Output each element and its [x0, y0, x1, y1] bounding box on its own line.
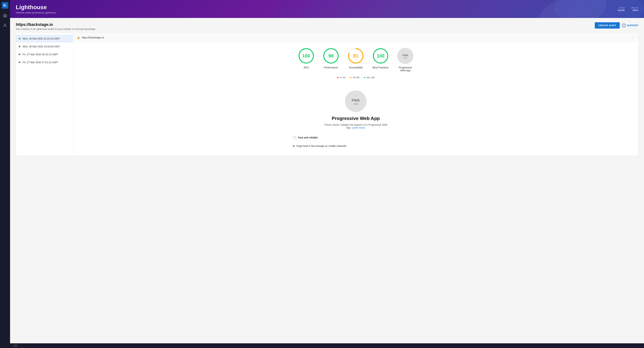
audit-status-dot-4 [19, 61, 20, 63]
check-status-dot [293, 145, 295, 147]
lifecycle-meta: Lifecycle Alpha [630, 7, 638, 11]
score-pwa-small: PWA ProgressiveWeb App [397, 48, 414, 72]
lifecycle-label: Lifecycle [630, 7, 638, 9]
score-value-accessibility: 81 [353, 53, 358, 59]
nav-rail: B. [0, 0, 10, 348]
legend-label-orange: 50–89 [353, 76, 360, 79]
more-options-icon[interactable]: ⋮ [631, 35, 635, 40]
owner-value: Spotify [618, 9, 625, 11]
score-accessibility: 81 Accessibility [348, 48, 364, 72]
two-col-layout: Mon, 30 Mar 2020 22:23:24 GMT Mon, 30 Ma… [16, 33, 638, 156]
page-url-title: https://backstage.io [16, 22, 96, 27]
header-meta: Owner Spotify Lifecycle Alpha [618, 7, 638, 11]
audit-item-4[interactable]: Fri, 27 Mar 2020 17:01:21 GMT [16, 58, 73, 66]
page-actions: CREATE AUDIT ? SUPPORT [595, 22, 638, 28]
audit-timestamp-1: Mon, 30 Mar 2020 22:23:24 GMT [23, 37, 60, 40]
score-label-pwa: ProgressiveWeb App [399, 66, 412, 72]
svg-point-0 [4, 24, 6, 25]
owner-meta: Owner Spotify [618, 7, 625, 11]
audit-status-dot-3 [19, 53, 20, 55]
pwa-big-circle: PWA [345, 90, 366, 112]
url-bar: 🔒 https://backstage.io/ ⋮ [73, 33, 638, 42]
app-subtitle: Website audits powered by Lighthouse [16, 11, 56, 14]
main-content: Lighthouse Website audits powered by Lig… [10, 0, 644, 348]
legend-dot-orange [350, 77, 352, 78]
score-circle-best-practices: 100 [372, 48, 389, 64]
check-section-fast: Fast and reliable Page load is fast enou… [293, 133, 419, 150]
pwa-small-dash [404, 57, 407, 58]
chevron-down-icon: › [418, 144, 419, 148]
audit-item-3[interactable]: Fri, 27 Mar 2020 20:10:13 GMT [16, 50, 73, 58]
lifecycle-value: Alpha [632, 9, 638, 11]
audit-list: Mon, 30 Mar 2020 22:23:24 GMT Mon, 30 Ma… [16, 33, 73, 156]
support-label: SUPPORT [627, 24, 638, 27]
pwa-description: These checks validate the aspects of a P… [322, 123, 390, 129]
audit-detail-panel: 🔒 https://backstage.io/ ⋮ [73, 33, 638, 156]
page-header-text: https://backstage.io See a history of al… [16, 22, 96, 30]
pwa-big-dash [353, 104, 358, 104]
page-body: https://backstage.io See a history of al… [10, 18, 644, 343]
app-title: Lighthouse [16, 4, 56, 10]
page-description: See a history of all Lighthouse audits f… [16, 28, 96, 30]
header-title-block: Lighthouse Website audits powered by Lig… [16, 4, 56, 14]
score-best-practices: 100 Best Practices [372, 48, 389, 72]
score-legend: 0–49 50–89 90–100 [73, 76, 638, 83]
pwa-learn-more-link[interactable]: Learn more [352, 126, 365, 129]
score-value-performance: 98 [328, 53, 334, 59]
legend-red: 0–49 [337, 76, 345, 79]
nav-logo[interactable]: B. [2, 2, 8, 9]
score-circle-performance: 98 [323, 48, 339, 64]
pwa-big-label: PWA [352, 98, 360, 102]
nav-person-icon[interactable] [2, 22, 8, 29]
audit-url: https://backstage.io/ [82, 36, 104, 39]
audit-item-1[interactable]: Mon, 30 Mar 2020 22:23:24 GMT [16, 35, 73, 42]
legend-label-green: 90–100 [367, 76, 375, 79]
create-audit-button[interactable]: CREATE AUDIT [595, 22, 620, 28]
support-icon: ? [622, 23, 626, 27]
score-value-best-practices: 100 [376, 53, 384, 59]
score-label-best-practices: Best Practices [372, 66, 388, 69]
score-seo: 100 SEO [298, 48, 314, 72]
pwa-title: Progressive Web App [332, 116, 380, 121]
check-row-left: Page load is fast enough on mobile netwo… [293, 145, 346, 147]
audit-timestamp-2: Mon, 30 Mar 2020 13:34:28 GMT [23, 45, 60, 48]
pwa-small-circle: PWA [397, 48, 414, 64]
pwa-small-label: PWA [402, 54, 408, 57]
audit-status-dot-1 [19, 38, 20, 39]
bottom-toggle[interactable] [13, 345, 18, 347]
score-circle-accessibility: 81 [348, 48, 364, 64]
lock-icon: 🔒 [77, 36, 80, 39]
header-banner: Lighthouse Website audits powered by Lig… [10, 0, 644, 18]
owner-label: Owner [619, 7, 625, 9]
url-bar-left: 🔒 https://backstage.io/ [77, 36, 104, 39]
support-button[interactable]: ? SUPPORT [622, 23, 638, 27]
score-label-seo: SEO [304, 66, 309, 69]
score-performance: 98 Performance [323, 48, 339, 72]
legend-dot-red [337, 77, 339, 78]
score-value-seo: 100 [302, 53, 310, 59]
score-circle-seo: 100 [298, 48, 314, 64]
legend-label-red: 0–49 [340, 76, 345, 79]
legend-orange: 50–89 [350, 76, 360, 79]
audit-item-2[interactable]: Mon, 30 Mar 2020 13:34:28 GMT [16, 42, 73, 50]
pwa-detail-section: PWA Progressive Web App These checks val… [73, 83, 638, 156]
score-label-accessibility: Accessibility [349, 66, 362, 69]
check-row-mobile[interactable]: Page load is fast enough on mobile netwo… [293, 142, 419, 150]
check-section-icon [293, 136, 296, 139]
pwa-checks: Fast and reliable Page load is fast enou… [293, 133, 419, 150]
score-label-performance: Performance [324, 66, 338, 69]
nav-home-icon[interactable] [2, 12, 8, 19]
check-section-header: Fast and reliable [293, 133, 419, 142]
scores-section: 100 SEO 98 Performance [73, 42, 638, 76]
page-header: https://backstage.io See a history of al… [16, 22, 638, 30]
check-item-label: Page load is fast enough on mobile netwo… [296, 145, 346, 147]
audit-timestamp-4: Fri, 27 Mar 2020 17:01:21 GMT [23, 61, 58, 64]
audit-timestamp-3: Fri, 27 Mar 2020 20:10:13 GMT [23, 53, 58, 56]
audit-status-dot-2 [19, 46, 20, 47]
bottom-bar [10, 343, 644, 348]
legend-dot-green [364, 77, 366, 78]
check-section-label: Fast and reliable [298, 136, 318, 139]
legend-green: 90–100 [364, 76, 375, 79]
